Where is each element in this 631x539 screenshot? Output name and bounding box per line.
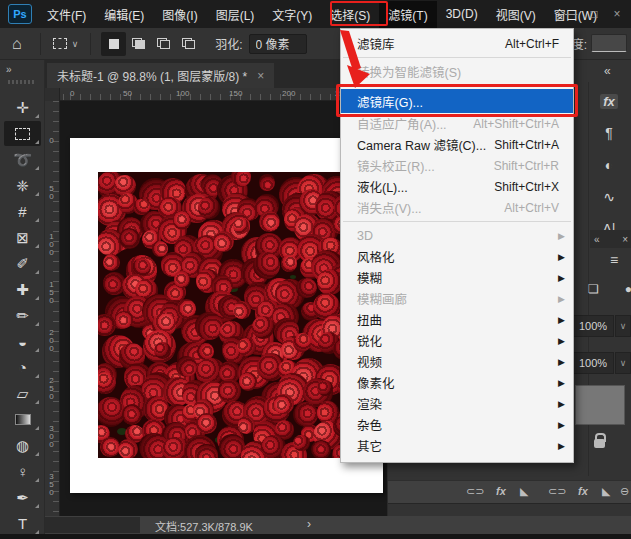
pen-icon: ✒ xyxy=(16,489,29,507)
toolbar-collapse-icon[interactable]: » xyxy=(6,64,11,75)
link-layers-2-icon[interactable]: ⊂⊃ xyxy=(548,485,566,498)
tool-preset-marquee[interactable]: ∨ xyxy=(47,38,85,49)
adjustments-panel-icon[interactable]: ◐ xyxy=(592,152,626,178)
blur-icon: ◍ xyxy=(16,437,29,455)
filter-menu-item-camera-raw-filter[interactable]: Camera Raw 滤镜(C)...Shift+Ctrl+A xyxy=(341,134,573,155)
menubar-item-edit[interactable]: 编辑(E) xyxy=(95,1,153,28)
panel-collapse-icon[interactable]: « xyxy=(594,234,600,245)
add-to-selection-button[interactable] xyxy=(126,32,151,56)
filter-menu-item-adaptive-wide-angle[interactable]: 自适应广角(A)...Alt+Shift+Ctrl+A xyxy=(341,113,573,134)
layer-thumbnail[interactable] xyxy=(575,385,625,425)
eraser-tool[interactable]: ▱ xyxy=(4,381,41,406)
add-selection-icon xyxy=(132,38,145,49)
menubar-item-select[interactable]: 选择(S) xyxy=(321,1,379,28)
quick-selection-tool[interactable]: ❈ xyxy=(4,173,41,198)
feather-input[interactable] xyxy=(249,34,307,54)
eyedropper-tool[interactable]: ✐ xyxy=(4,251,41,276)
opacity-field[interactable]: 100% xyxy=(572,315,614,337)
maximize-button[interactable]: □ xyxy=(583,4,605,24)
crop-tool[interactable]: # xyxy=(4,199,41,224)
submenu-arrow-icon: ▶ xyxy=(558,399,565,409)
home-icon[interactable]: ⌂ xyxy=(12,35,22,53)
layers-filter-row: ❏ ● xyxy=(588,282,631,296)
filter-menu-item-blur[interactable]: 模糊▶ xyxy=(341,267,573,288)
menubar-item-filter[interactable]: 滤镜(T) xyxy=(379,1,436,28)
filter-dropdown-menu: 滤镜库Alt+Ctrl+F转换为智能滤镜(S)滤镜库(G)...自适应广角(A)… xyxy=(340,28,574,463)
vruler-number: 0 xyxy=(47,136,56,144)
close-button[interactable]: × xyxy=(606,4,628,24)
new-layer-icon[interactable]: ⊖ xyxy=(620,485,629,498)
menu-item-label: 自适应广角(A)... xyxy=(357,114,473,133)
spot-healing-brush-tool[interactable]: ✚ xyxy=(4,277,41,302)
panel-menu-icon[interactable]: ≡ xyxy=(610,252,618,268)
rose-photo[interactable] xyxy=(98,172,356,458)
filter-menu-item-convert-smart-filters[interactable]: 转换为智能滤镜(S) xyxy=(341,61,573,82)
fill-chevron-icon[interactable]: ∨ xyxy=(615,352,631,374)
filter-menu-item-liquify[interactable]: 液化(L)...Shift+Ctrl+X xyxy=(341,176,573,197)
panel-close-icon[interactable]: × xyxy=(622,234,628,245)
menubar-item-type[interactable]: 文字(Y) xyxy=(263,1,321,28)
status-bar: 文档:527.3K/878.9K › xyxy=(45,516,631,534)
filter-menu-item-noise[interactable]: 杂色▶ xyxy=(341,414,573,435)
move-tool[interactable]: ✛ xyxy=(4,95,41,120)
pen-tool[interactable]: ✒ xyxy=(4,485,41,510)
filter-menu-item-render[interactable]: 渲染▶ xyxy=(341,393,573,414)
layer-style-2-icon[interactable]: fx xyxy=(578,485,588,497)
minimize-button[interactable]: — xyxy=(560,4,582,24)
partial-input[interactable] xyxy=(591,34,627,52)
menubar-item-layer[interactable]: 图层(L) xyxy=(207,1,264,28)
filter-menu-item-pixelate[interactable]: 像素化▶ xyxy=(341,372,573,393)
new-selection-button[interactable] xyxy=(101,32,126,56)
history-brush-tool[interactable]: ◔ xyxy=(4,355,41,380)
menubar-item-file[interactable]: 文件(F) xyxy=(38,1,95,28)
lasso-tool[interactable]: ➰ xyxy=(4,147,41,172)
type-tool-tool[interactable]: T xyxy=(4,511,41,536)
filter-menu-item-3d[interactable]: 3D▶ xyxy=(341,225,573,246)
filter-menu-item-blur-gallery[interactable]: 模糊画廊▶ xyxy=(341,288,573,309)
effects-panel-icon[interactable]: fx xyxy=(592,88,626,114)
toolbar-grip[interactable] xyxy=(8,80,36,84)
filter-menu-item-sharpen[interactable]: 锐化▶ xyxy=(341,330,573,351)
frame-tool[interactable]: ⊠ xyxy=(4,225,41,250)
paths-panel-icon[interactable]: ∿ xyxy=(592,184,626,210)
document-page[interactable] xyxy=(70,138,383,493)
menubar-item-image[interactable]: 图像(I) xyxy=(153,1,206,28)
layer-mask-icon[interactable]: ◣ xyxy=(520,485,528,498)
document-tab[interactable]: 未标题-1 @ 98.8% (1, 图层蒙版/8) * × xyxy=(47,63,274,88)
submenu-arrow-icon: ▶ xyxy=(558,441,565,451)
ruler-origin-corner[interactable] xyxy=(45,88,60,101)
filter-menu-item-last-filter[interactable]: 滤镜库Alt+Ctrl+F xyxy=(341,33,573,54)
menubar-item-view[interactable]: 视图(V) xyxy=(487,1,545,28)
gradient-tool[interactable] xyxy=(4,407,41,432)
tab-close-icon[interactable]: × xyxy=(257,69,264,83)
filter-menu-item-video[interactable]: 视频▶ xyxy=(341,351,573,372)
clone-stamp-tool[interactable]: ◒ xyxy=(4,329,41,354)
link-layers-icon[interactable]: ⊂⊃ xyxy=(466,485,484,498)
fill-field[interactable]: 100% xyxy=(572,352,614,374)
paragraph-panel-icon[interactable]: ¶ xyxy=(592,120,626,146)
filter-menu-item-distort[interactable]: 扭曲▶ xyxy=(341,309,573,330)
rectangular-marquee-tool[interactable] xyxy=(4,121,41,146)
layer-style-icon[interactable]: fx xyxy=(496,485,506,497)
layer-kind-icon[interactable]: ❏ xyxy=(588,282,599,296)
dodge-tool[interactable]: ♀ xyxy=(4,459,41,484)
lock-row xyxy=(594,434,605,452)
filter-menu-item-vanishing-point[interactable]: 消失点(V)...Alt+Ctrl+V xyxy=(341,197,573,218)
opacity-chevron-icon[interactable]: ∨ xyxy=(615,315,631,337)
brush-tool[interactable]: ✏ xyxy=(4,303,41,328)
photoshop-logo: Ps xyxy=(8,4,32,24)
dock-collapse-icon[interactable]: « xyxy=(604,64,611,78)
filter-menu-item-stylize[interactable]: 风格化▶ xyxy=(341,246,573,267)
zoom-level-field[interactable] xyxy=(45,517,140,533)
lock-icon[interactable] xyxy=(594,439,605,448)
blur-tool[interactable]: ◍ xyxy=(4,433,41,458)
intersect-selection-button[interactable] xyxy=(176,32,201,56)
adjustment-layer-icon[interactable]: ◣ xyxy=(602,485,610,498)
menubar-item-3d[interactable]: 3D(D) xyxy=(437,2,487,26)
filter-menu-item-filter-gallery[interactable]: 滤镜库(G)... xyxy=(341,89,573,113)
filter-menu-item-other[interactable]: 其它▶ xyxy=(341,435,573,456)
status-expand-icon[interactable]: › xyxy=(307,517,311,531)
filter-toggle-icon[interactable]: ● xyxy=(625,282,631,296)
filter-menu-item-lens-correction[interactable]: 镜头校正(R)...Shift+Ctrl+R xyxy=(341,155,573,176)
subtract-from-selection-button[interactable] xyxy=(151,32,176,56)
